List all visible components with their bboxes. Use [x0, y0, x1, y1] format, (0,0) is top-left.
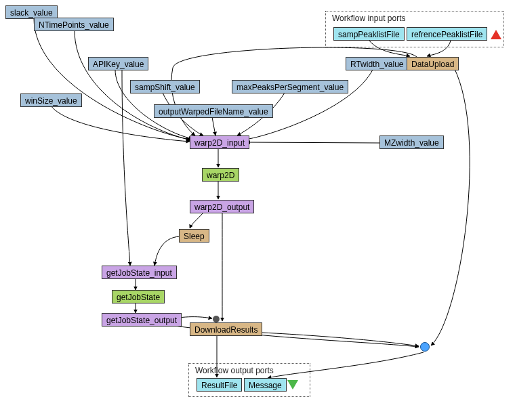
- join-point-icon: [420, 342, 430, 352]
- node-maxpeaks-value[interactable]: maxPeaksPerSegment_value: [232, 80, 348, 93]
- node-outputwarped-value[interactable]: outputWarpedFileName_value: [154, 104, 273, 118]
- node-warp2d[interactable]: warp2D: [202, 168, 239, 182]
- node-samppeaklistfile[interactable]: sampPeaklistFile: [333, 27, 405, 41]
- node-sampshift-value[interactable]: sampShift_value: [130, 80, 200, 93]
- node-getjobstate[interactable]: getJobState: [112, 290, 165, 303]
- node-getjobstate-output[interactable]: getJobState_output: [102, 313, 182, 327]
- warn-icon: [491, 30, 501, 39]
- node-dataupload[interactable]: DataUpload: [407, 57, 459, 70]
- node-warp2d-output[interactable]: warp2D_output: [190, 200, 254, 213]
- node-mzwidth-value[interactable]: MZwidth_value: [379, 135, 444, 149]
- merge-point-icon: [213, 316, 220, 322]
- node-winsize-value[interactable]: winSize_value: [20, 93, 82, 107]
- node-rtwidth-value[interactable]: RTwidth_value: [346, 57, 409, 70]
- node-refrencepeaklistfile[interactable]: refrencePeaklistFile: [407, 27, 487, 41]
- ok-icon: [287, 380, 298, 390]
- node-resultfile[interactable]: ResultFile: [197, 378, 242, 392]
- group-output-label: Workflow output ports: [195, 366, 274, 375]
- node-apikey-value[interactable]: APIKey_value: [88, 57, 148, 70]
- node-sleep[interactable]: Sleep: [179, 229, 209, 243]
- node-downloadresults[interactable]: DownloadResults: [190, 322, 262, 336]
- node-ntimepoints-value[interactable]: NTimePoints_value: [34, 18, 114, 31]
- node-message[interactable]: Message: [244, 378, 287, 392]
- node-warp2d-input[interactable]: warp2D_input: [190, 135, 249, 149]
- node-slack-value[interactable]: slack_value: [5, 5, 58, 19]
- group-input-label: Workflow input ports: [332, 14, 406, 23]
- node-getjobstate-input[interactable]: getJobState_input: [102, 266, 177, 279]
